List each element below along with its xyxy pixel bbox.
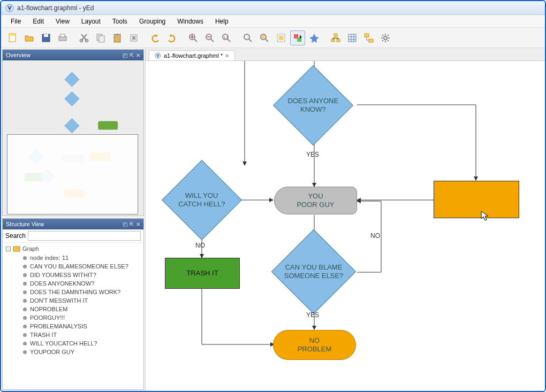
menu-grouping[interactable]: Grouping [134,16,171,27]
settings-button[interactable] [378,30,393,45]
panel-close-icon[interactable]: ✕ [136,221,140,227]
print-button[interactable] [55,30,70,45]
open-file-button[interactable] [22,30,37,45]
panel-close-icon[interactable]: ✕ [136,52,140,58]
menu-edit[interactable]: Edit [27,16,49,27]
menu-tools[interactable]: Tools [107,16,133,27]
delete-button[interactable] [126,30,141,45]
search-label: Search [5,232,26,240]
select-area-icon [276,33,286,43]
node-does-anyone-know[interactable]: DOES ANYONE KNOW? [273,65,353,145]
tab-label: a1-flowchart.graphml * [164,52,223,59]
node-no-problem[interactable]: NO PROBLEM [273,330,356,360]
menu-help[interactable]: Help [210,16,234,27]
redo-button[interactable] [164,30,179,45]
edit-mode-button[interactable] [290,30,305,45]
overview-body[interactable] [3,60,143,216]
cut-icon [79,33,89,43]
panel-pin-icon[interactable]: ⇱ [130,52,134,58]
tree-node[interactable]: NOPROBLEM [6,305,140,313]
tree-node[interactable]: TRASH IT [6,330,140,339]
copy-icon [95,33,106,43]
tree-root-label: Graph [22,245,39,252]
search-input[interactable] [28,231,141,241]
tree-node[interactable]: DOES THE DAMNTHING WORK? [6,288,140,296]
zoom-selection-button[interactable] [257,30,272,45]
menu-bar: File Edit View Layout Tools Grouping Win… [1,15,545,28]
menu-layout[interactable]: Layout [76,16,106,27]
tree-node[interactable]: POORGUY!!! [6,313,140,322]
orthogonal-button[interactable] [361,30,376,45]
tab-bar: a1-flowchart.graphml * × [146,48,545,61]
node-trash-it[interactable]: TRASH IT [165,258,240,289]
paste-icon [112,33,123,43]
overview-header[interactable]: Overview ◰ ⇱ ✕ [3,50,143,60]
svg-rect-12 [116,34,119,35]
delete-icon [128,33,139,43]
canvas[interactable]: DOES ANYONE KNOW? WILL YOU CATCH HELL? Y… [146,61,545,391]
zoom-reset-button[interactable]: 1:1 [219,30,234,45]
svg-rect-10 [99,36,104,42]
node-you-poor-guy[interactable]: YOU POOR GUY [274,187,357,214]
paste-button[interactable] [110,30,125,45]
tab-close-icon[interactable]: × [225,52,229,59]
svg-rect-27 [337,39,340,42]
document-tab[interactable]: a1-flowchart.graphml * × [149,50,235,60]
tree-node[interactable]: YOUPOOR GUY [6,348,140,356]
edge-label-no: NO [370,232,380,240]
navigation-mode-button[interactable] [307,30,322,45]
overview-panel: Overview ◰ ⇱ ✕ [2,49,144,216]
tree-node[interactable]: PROBLEMANALYSIS [6,322,140,330]
tree-node[interactable]: WILL YOUCATCH HELL? [6,339,140,348]
copy-button[interactable] [93,30,108,45]
node-orange-box[interactable] [434,181,519,218]
tree-node[interactable]: DON'T MESSWITH IT [6,296,140,305]
tree-node[interactable]: node index: 11 [6,253,140,262]
svg-text:1:1: 1:1 [224,36,229,39]
tree-root[interactable]: - Graph [6,245,140,252]
tree-node[interactable]: CAN YOU BLAMESOMEONE ELSE? [6,262,140,271]
new-file-button[interactable] [5,30,20,45]
app-window: a1-flowchart.graphml - yEd File Edit Vie… [0,0,546,392]
tree-node[interactable]: DID YOUMESS WITHIT? [6,271,140,279]
svg-rect-29 [369,39,373,42]
graph-folder-icon [13,245,20,252]
svg-rect-28 [365,34,369,37]
svg-rect-31 [65,72,80,87]
undo-button[interactable] [148,30,163,45]
print-icon [57,33,68,43]
gear-icon [380,33,391,43]
tree-node[interactable]: DOES ANYONEKNOW? [6,279,140,288]
panel-float-icon[interactable]: ◰ [123,221,127,227]
undo-icon [150,33,161,43]
fit-content-button[interactable] [240,30,255,45]
save-button[interactable] [39,30,54,45]
structure-header[interactable]: Structure View ◰ ⇱ ✕ [3,219,143,229]
panel-pin-icon[interactable]: ⇱ [130,221,134,227]
node-will-you-catch-hell[interactable]: WILL YOU CATCH HELL? [162,160,242,240]
hierarchy-button[interactable] [328,30,343,45]
structure-tree[interactable]: - Graph node index: 11 CAN YOU BLAMESOME… [3,243,143,358]
menu-view[interactable]: View [50,16,75,27]
svg-rect-33 [65,118,80,133]
svg-rect-4 [44,34,48,37]
app-icon [5,4,14,12]
zoom-in-button[interactable] [186,30,201,45]
select-area-button[interactable] [274,30,289,45]
menu-windows[interactable]: Windows [172,16,209,27]
nav-icon [309,33,320,43]
cut-button[interactable] [77,30,92,45]
structure-title: Structure View [6,221,44,227]
svg-rect-11 [114,34,120,42]
save-icon [41,33,51,43]
tree-collapse-icon[interactable]: - [6,247,11,251]
zoom-out-button[interactable] [202,30,217,45]
grid-button[interactable] [345,30,360,45]
hierarchy-icon [330,33,341,43]
panel-float-icon[interactable]: ◰ [123,52,127,58]
window-title: a1-flowchart.graphml - yEd [17,4,94,12]
zoom-in-icon [188,33,199,43]
edit-mode-icon [292,33,303,43]
node-can-you-blame[interactable]: CAN YOU BLAME SOMEONE ELSE? [271,229,356,314]
menu-file[interactable]: File [5,16,26,27]
